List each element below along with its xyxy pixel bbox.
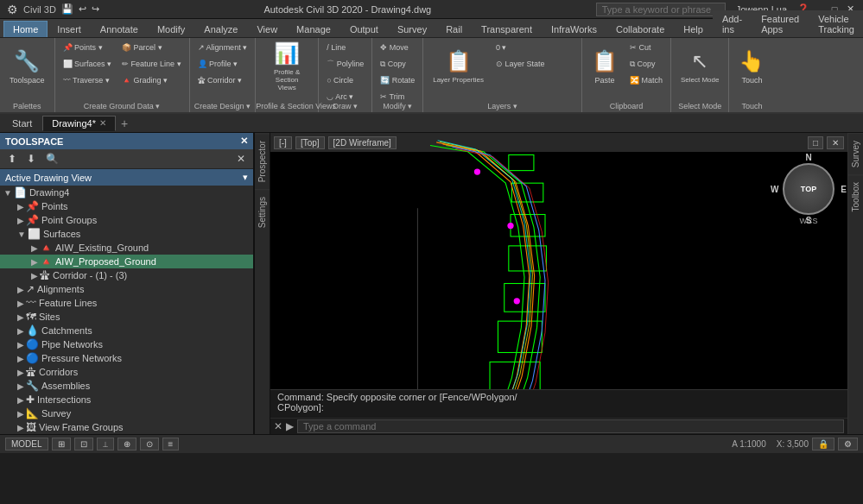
right-panel: Survey Toolbox (847, 133, 863, 434)
cmd-arrow-icon[interactable]: ▶ (286, 420, 294, 432)
ribbon-tab-add-ins[interactable]: Add-ins (713, 10, 752, 37)
tree-item-0[interactable]: ▼📄Drawing4 (0, 186, 253, 199)
ribbon-tab-infraworks[interactable]: InfraWorks (542, 21, 606, 37)
side-tabs-panel: Prospector Settings (255, 133, 270, 434)
quick-access-redo[interactable]: ↪ (92, 3, 99, 15)
copy-clip-button[interactable]: ⧉ Copy (625, 56, 667, 72)
ts-up-btn[interactable]: ⬆ (3, 151, 21, 167)
paste-button[interactable]: 📋 Paste (586, 40, 624, 93)
circle-button[interactable]: ○ Circle (322, 72, 368, 88)
select-mode-button[interactable]: ↖ Select Mode (675, 40, 725, 93)
compass-west: W (771, 185, 778, 194)
touch-button[interactable]: 👆 Touch (733, 40, 771, 93)
settings-tab[interactable]: Settings (255, 189, 270, 235)
ribbon-tab-insert[interactable]: Insert (48, 21, 91, 37)
match-props-button[interactable]: 🔀 Match (625, 72, 667, 88)
ts-search-btn[interactable]: 🔍 (41, 151, 63, 167)
copy-button[interactable]: ⧉ Copy (376, 56, 419, 72)
surfaces-button[interactable]: ⬜ Surfaces ▾ (59, 56, 117, 72)
line-button[interactable]: / Line (322, 40, 368, 55)
ribbon-tab-transparent[interactable]: Transparent (472, 21, 542, 37)
profile-section-views-button[interactable]: 📊 Profile & Section Views (259, 40, 314, 93)
new-tab-button[interactable]: + (117, 117, 131, 130)
snap-button[interactable]: ⊡ (74, 438, 93, 450)
title-left: ⚙ Civil 3D 💾 ↩ ↪ (7, 3, 99, 16)
ribbon-tab-survey[interactable]: Survey (388, 21, 436, 37)
ts-close-btn[interactable]: ✕ (232, 151, 250, 167)
polar-button[interactable]: ⊕ (117, 438, 136, 450)
ribbon-tab-vehicle-tracking[interactable]: Vehicle Tracking (809, 10, 863, 37)
cmd-x-icon[interactable]: ✕ (274, 420, 282, 432)
ribbon-tab-annotate[interactable]: Annotate (91, 21, 148, 37)
toolspace-close-icon[interactable]: ✕ (240, 135, 248, 147)
statusbar: MODEL ⊞ ⊡ ⟂ ⊕ ⊙ ≡ A 1:1000 X: 3,500 🔒 ⚙ (0, 434, 863, 453)
command-input-row: ✕ ▶ (270, 418, 847, 434)
tree-item-6[interactable]: ▶🛣Corridor - (1) - (3) (0, 268, 253, 282)
viewport[interactable]: [-] [Top] [2D Wireframe] □ ✕ (270, 133, 847, 434)
tree-item-11[interactable]: ▶🔵Pipe Networks (0, 337, 253, 351)
alignment-button[interactable]: ↗ Alignment ▾ (194, 40, 252, 55)
tree-item-12[interactable]: ▶🔵Pressure Networks (0, 351, 253, 365)
settings-gear[interactable]: ⚙ (838, 438, 858, 450)
ribbon-tab-collaborate[interactable]: Collaborate (606, 21, 674, 37)
points-button[interactable]: 📌 Points ▾ (59, 40, 117, 55)
toolspace-button[interactable]: 🔧 Toolspace (3, 40, 51, 93)
tree-item-5[interactable]: ▶🔺AIW_Proposed_Ground (0, 255, 253, 268)
parcel-button[interactable]: 📦 Parcel ▾ (117, 40, 186, 55)
survey-tab[interactable]: Survey (848, 133, 863, 174)
lock-icon[interactable]: 🔒 (812, 438, 834, 450)
ribbon-tab-manage[interactable]: Manage (287, 21, 340, 37)
grid-button[interactable]: ⊞ (52, 438, 71, 450)
drawing4-tab-close[interactable]: ✕ (99, 118, 106, 128)
global-search-input[interactable] (596, 3, 726, 16)
rotate-button[interactable]: 🔄 Rotate (376, 72, 419, 88)
quick-access-undo[interactable]: ↩ (79, 3, 86, 15)
compass-circle[interactable]: TOP (783, 163, 834, 215)
tree-item-16[interactable]: ▶📐Survey (0, 406, 253, 420)
tree-item-14[interactable]: ▶🔧Assemblies (0, 379, 253, 393)
traverse-button[interactable]: 〰 Traverse ▾ (59, 72, 117, 88)
move-button[interactable]: ✥ Move (376, 40, 419, 55)
corridor-button[interactable]: 🛣 Corridor ▾ (194, 72, 252, 88)
tree-item-13[interactable]: ▶🛣Corridors (0, 365, 253, 379)
layer-properties-button[interactable]: 📋 Layer Properties (427, 40, 490, 93)
quick-access-save[interactable]: 💾 (61, 3, 73, 15)
cut-button[interactable]: ✂ Cut (625, 40, 667, 55)
layer-dropdown[interactable]: 0 ▾ (492, 40, 578, 55)
tree-item-8[interactable]: ▶〰Feature Lines (0, 296, 253, 310)
model-button[interactable]: MODEL (5, 438, 48, 450)
tree-item-7[interactable]: ▶↗Alignments (0, 282, 253, 296)
tree-item-9[interactable]: ▶🗺Sites (0, 310, 253, 324)
tree-item-4[interactable]: ▶🔺AIW_Existing_Ground (0, 241, 253, 255)
ribbon-tab-view[interactable]: View (247, 21, 287, 37)
ribbon-tab-featured-apps[interactable]: Featured Apps (752, 10, 809, 37)
ribbon-tab-output[interactable]: Output (340, 21, 388, 37)
clipboard-col2: ✂ Cut ⧉ Copy 🔀 Match (625, 40, 667, 100)
prospector-tab[interactable]: Prospector (255, 133, 270, 189)
grading-button[interactable]: 🔺 Grading ▾ (117, 72, 186, 88)
ribbon-tab-rail[interactable]: Rail (436, 21, 472, 37)
view-dropdown-icon[interactable]: ▾ (243, 172, 248, 183)
polyline-button[interactable]: ⌒ Polyline (322, 56, 368, 72)
ribbon-tab-analyze[interactable]: Analyze (194, 21, 247, 37)
command-input[interactable] (297, 419, 844, 433)
ortho-button[interactable]: ⟂ (97, 438, 114, 450)
ribbon-tab-home[interactable]: Home (3, 21, 48, 37)
ts-down-btn[interactable]: ⬇ (22, 151, 40, 167)
feature-line-button[interactable]: ✏ Feature Line ▾ (117, 56, 186, 72)
tree-item-17[interactable]: ▶🖼View Frame Groups (0, 420, 253, 434)
drawing4-tab[interactable]: Drawing4* ✕ (42, 116, 116, 131)
ribbon-tab-modify[interactable]: Modify (148, 21, 194, 37)
ribbon-tab-help[interactable]: Help (674, 21, 713, 37)
osnap-button[interactable]: ⊙ (140, 438, 159, 450)
toolbox-tab[interactable]: Toolbox (848, 174, 863, 218)
tree-item-15[interactable]: ▶✚Intersections (0, 393, 253, 406)
tree-item-1[interactable]: ▶📌Points (0, 199, 253, 213)
tree-item-10[interactable]: ▶💧Catchments (0, 324, 253, 337)
layer-state-btn[interactable]: ⊙ Layer State (492, 56, 578, 72)
profile-button[interactable]: 👤 Profile ▾ (194, 56, 252, 72)
lineweight-button[interactable]: ≡ (162, 438, 180, 450)
tree-item-3[interactable]: ▼⬜Surfaces (0, 227, 253, 241)
start-tab[interactable]: Start (3, 117, 41, 130)
tree-item-2[interactable]: ▶📌Point Groups (0, 213, 253, 227)
